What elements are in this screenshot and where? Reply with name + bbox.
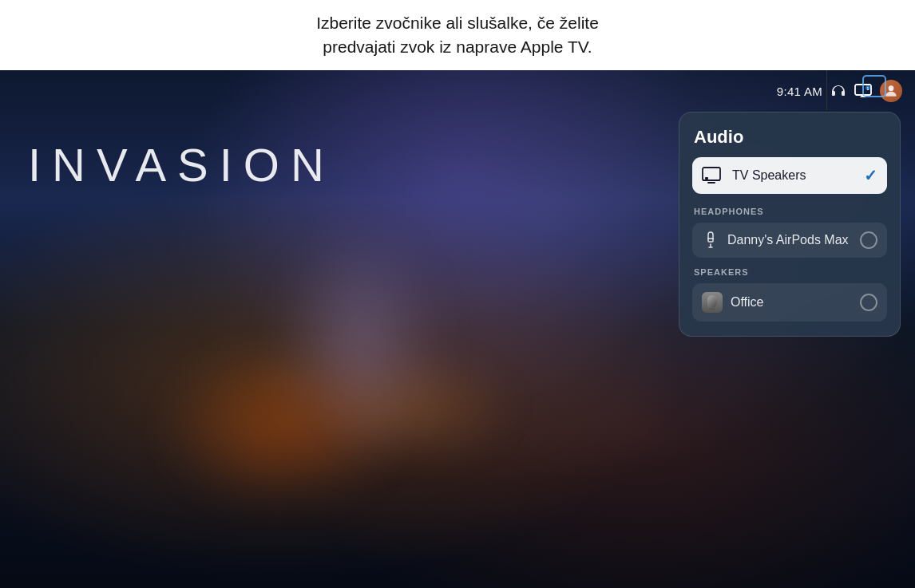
- tv-speakers-label: TV Speakers: [732, 168, 856, 183]
- airpods-label: Danny's AirPods Max: [727, 233, 852, 247]
- svg-rect-9: [707, 295, 717, 308]
- svg-point-3: [889, 85, 894, 91]
- tv-speakers-option[interactable]: TV Speakers ✓: [692, 157, 887, 194]
- office-speaker-option[interactable]: Office: [692, 283, 887, 322]
- audio-panel-title: Audio: [692, 127, 887, 148]
- headphones-section-header: HEADPHONES: [692, 207, 887, 216]
- svg-rect-7: [705, 177, 708, 180]
- airpods-icon: [702, 231, 719, 249]
- airpods-radio[interactable]: [860, 231, 877, 249]
- tv-speakers-icon: [702, 167, 724, 184]
- airpods-option[interactable]: Danny's AirPods Max: [692, 223, 887, 258]
- show-title: INVASION: [28, 138, 335, 191]
- tv-screen: INVASION 9:41 AM 1: [0, 70, 915, 588]
- homepod-icon: [702, 292, 723, 313]
- bg-glow-fire: [319, 349, 519, 468]
- audio-panel: Audio TV Speakers ✓ HEADPHONES: [679, 112, 901, 337]
- annotation-line2: predvajati zvok iz naprave Apple TV.: [323, 37, 592, 56]
- annotation-area: Izberite zvočnike ali slušalke, če želit…: [0, 0, 915, 70]
- svg-point-10: [709, 308, 715, 310]
- speakers-section-header: SPEAKERS: [692, 267, 887, 277]
- status-highlight-border: [862, 75, 886, 97]
- annotation-text: Izberite zvočnike ali slušalke, če želit…: [316, 11, 599, 60]
- annotation-line1: Izberite zvočnike ali slušalke, če želit…: [316, 14, 599, 32]
- office-speaker-label: Office: [731, 295, 852, 310]
- status-time: 9:41 AM: [777, 85, 822, 98]
- headphones-status-icon[interactable]: [830, 85, 846, 97]
- tv-speakers-checkmark: ✓: [864, 166, 877, 185]
- office-speaker-radio[interactable]: [860, 294, 877, 311]
